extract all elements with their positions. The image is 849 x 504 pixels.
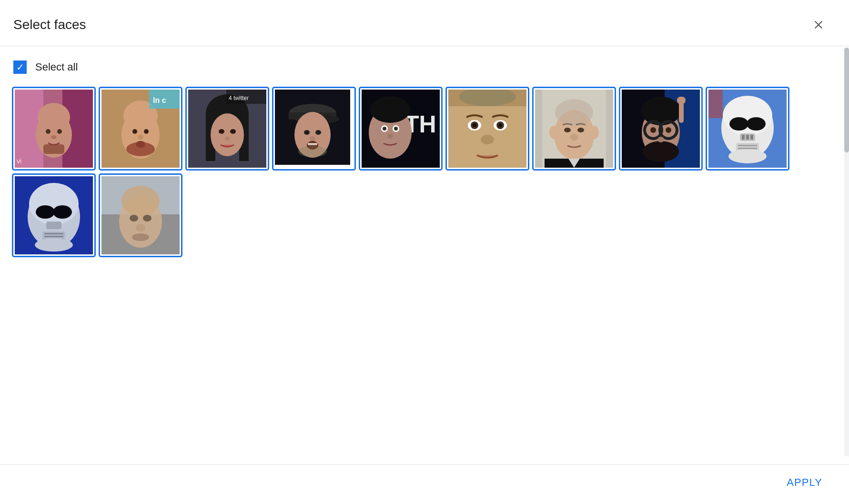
face-thumbnail <box>448 90 526 168</box>
face-item[interactable] <box>100 175 181 256</box>
select-faces-dialog: Select faces ✓ Select all <box>0 0 849 504</box>
scrollbar-track[interactable] <box>844 48 849 456</box>
svg-point-5 <box>46 129 51 134</box>
face-thumbnail <box>275 90 350 165</box>
svg-point-58 <box>481 135 494 144</box>
svg-rect-70 <box>535 90 542 168</box>
svg-rect-91 <box>742 135 745 140</box>
face-thumbnail <box>101 176 180 254</box>
svg-point-114 <box>121 186 160 216</box>
scrollbar-thumb[interactable] <box>844 48 849 152</box>
face-thumbnail: TH <box>362 90 440 168</box>
svg-point-57 <box>498 123 502 127</box>
svg-point-26 <box>230 129 236 134</box>
dialog-content: ✓ Select all <box>0 46 849 464</box>
face-item[interactable] <box>273 88 354 169</box>
svg-point-88 <box>729 117 748 131</box>
svg-point-75 <box>643 141 679 162</box>
face-thumbnail <box>708 90 787 168</box>
face-item[interactable]: TH <box>360 88 441 169</box>
svg-point-76 <box>641 97 681 125</box>
dialog-title: Select faces <box>13 17 86 32</box>
svg-point-118 <box>132 233 149 241</box>
dialog-header: Select faces <box>0 0 849 46</box>
svg-point-45 <box>383 127 386 131</box>
select-all-row: ✓ Select all <box>13 60 820 74</box>
svg-point-17 <box>138 135 143 140</box>
svg-point-49 <box>370 96 410 123</box>
svg-point-89 <box>747 117 766 131</box>
face-thumbnail: In c <box>101 90 180 168</box>
svg-point-54 <box>473 123 476 127</box>
face-thumbnail <box>15 176 93 254</box>
checkmark-icon: ✓ <box>16 62 24 72</box>
svg-rect-108 <box>44 236 63 237</box>
face-thumbnail <box>535 90 613 168</box>
face-item[interactable]: 4 twitter <box>187 88 268 169</box>
svg-point-81 <box>666 127 671 133</box>
face-item[interactable] <box>13 175 94 256</box>
svg-rect-107 <box>44 233 63 234</box>
dialog-footer: APPLY <box>0 464 849 504</box>
svg-rect-95 <box>738 145 757 146</box>
svg-point-47 <box>394 127 398 131</box>
select-all-checkbox[interactable]: ✓ <box>13 60 27 74</box>
apply-button[interactable]: APPLY <box>779 473 830 493</box>
svg-point-115 <box>130 215 138 222</box>
svg-point-102 <box>29 183 79 225</box>
face-item[interactable] <box>447 88 528 169</box>
face-item[interactable]: vi <box>13 88 94 169</box>
svg-point-19 <box>126 142 155 156</box>
svg-point-104 <box>53 205 72 219</box>
face-thumbnail <box>622 90 700 168</box>
svg-point-65 <box>589 126 599 139</box>
svg-rect-93 <box>750 135 753 140</box>
svg-rect-71 <box>606 90 613 168</box>
faces-grid: vi In c <box>13 88 820 256</box>
svg-point-36 <box>315 130 321 135</box>
face-thumbnail: 4 twitter <box>188 90 266 168</box>
svg-point-40 <box>298 146 327 157</box>
svg-rect-8 <box>43 144 64 154</box>
svg-point-63 <box>555 99 593 126</box>
svg-point-35 <box>304 130 310 135</box>
svg-point-116 <box>143 215 152 222</box>
svg-point-7 <box>51 135 57 139</box>
svg-point-82 <box>657 137 664 142</box>
svg-point-110 <box>35 238 73 252</box>
svg-text:In c: In c <box>153 96 166 104</box>
svg-rect-92 <box>746 135 749 140</box>
svg-rect-99 <box>708 90 723 118</box>
svg-point-80 <box>650 127 656 133</box>
svg-point-103 <box>36 205 55 219</box>
svg-point-27 <box>225 137 230 141</box>
svg-point-68 <box>570 134 578 141</box>
face-item[interactable] <box>707 88 788 169</box>
close-button[interactable] <box>807 13 830 36</box>
face-item[interactable]: In c <box>100 88 181 169</box>
svg-point-37 <box>310 136 315 141</box>
svg-point-64 <box>549 126 559 139</box>
svg-rect-105 <box>46 222 61 229</box>
svg-point-16 <box>144 129 149 134</box>
svg-point-117 <box>136 224 145 232</box>
svg-point-25 <box>219 129 224 134</box>
select-all-label: Select all <box>35 61 78 73</box>
svg-point-4 <box>38 103 70 131</box>
face-item[interactable] <box>534 88 615 169</box>
svg-point-15 <box>132 129 137 134</box>
svg-point-24 <box>211 113 244 156</box>
svg-point-48 <box>387 134 393 139</box>
svg-point-67 <box>577 128 584 132</box>
svg-point-87 <box>723 96 772 136</box>
svg-rect-96 <box>738 148 757 149</box>
svg-point-66 <box>564 128 571 132</box>
svg-rect-84 <box>677 97 686 104</box>
select-all-checkbox-label[interactable]: ✓ Select all <box>13 60 78 74</box>
svg-point-98 <box>728 149 767 163</box>
svg-point-6 <box>57 129 62 134</box>
svg-text:vi: vi <box>17 157 21 165</box>
svg-rect-39 <box>308 143 317 145</box>
svg-text:4 twitter: 4 twitter <box>229 95 249 101</box>
face-item[interactable] <box>620 88 701 169</box>
